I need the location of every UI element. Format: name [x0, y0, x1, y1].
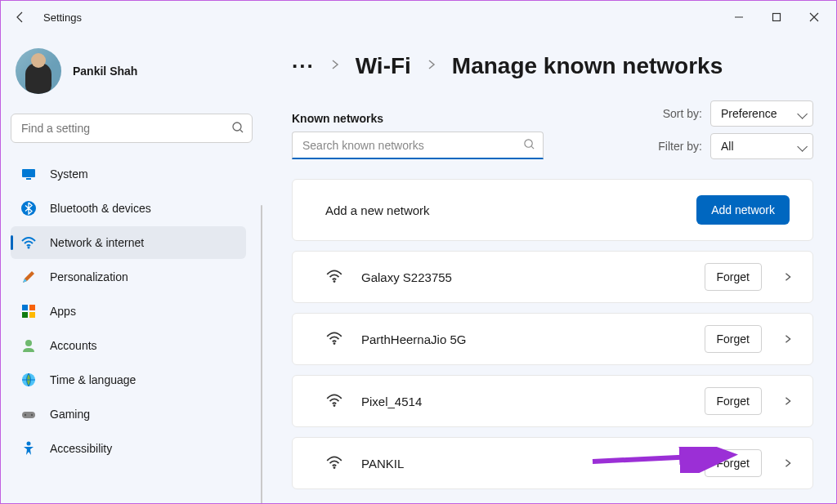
sidebar-item-accounts[interactable]: Accounts [11, 329, 246, 362]
expand-button[interactable] [778, 458, 798, 468]
wifi-icon [325, 391, 345, 411]
avatar [16, 48, 61, 94]
sidebar-item-personalization[interactable]: Personalization [11, 261, 246, 293]
svg-point-23 [333, 466, 336, 469]
network-name: Pixel_4514 [361, 395, 688, 408]
gamepad-icon [20, 406, 37, 422]
sidebar-item-label: Bluetooth & devices [50, 202, 151, 215]
svg-rect-1 [773, 14, 781, 21]
person-icon [20, 337, 37, 354]
sidebar-item-time[interactable]: Time & language [11, 364, 246, 396]
svg-point-2 [233, 123, 241, 131]
svg-rect-10 [22, 312, 28, 318]
chevron-right-icon [426, 59, 437, 74]
svg-point-15 [25, 414, 26, 416]
forget-button[interactable]: Forget [705, 387, 762, 415]
add-network-button[interactable]: Add network [696, 195, 790, 225]
add-network-label: Add a new network [325, 203, 430, 217]
expand-button[interactable] [778, 334, 798, 344]
bluetooth-icon [20, 200, 37, 216]
globe-icon [20, 372, 37, 388]
network-card: PANKILForget [292, 437, 813, 489]
svg-point-12 [25, 340, 32, 346]
search-icon [523, 138, 535, 154]
breadcrumb: ··· Wi-Fi Manage known networks [292, 53, 813, 79]
main-content: ··· Wi-Fi Manage known networks Known ne… [262, 33, 836, 503]
forget-button[interactable]: Forget [705, 325, 762, 353]
sidebar-item-label: Accounts [50, 339, 97, 352]
find-setting [11, 114, 253, 143]
svg-rect-4 [22, 169, 35, 177]
minimize-button[interactable] [720, 4, 758, 30]
sort-by-label: Sort by: [663, 107, 702, 120]
breadcrumb-more[interactable]: ··· [292, 54, 315, 79]
page-title: Manage known networks [452, 53, 723, 79]
forget-button[interactable]: Forget [705, 449, 762, 477]
svg-line-19 [531, 146, 534, 149]
apps-icon [20, 303, 37, 319]
breadcrumb-wifi[interactable]: Wi-Fi [356, 53, 411, 79]
sidebar-item-label: Gaming [50, 408, 90, 421]
forget-button[interactable]: Forget [705, 263, 762, 291]
sidebar: Pankil Shah System Bluetooth & devices N… [1, 33, 262, 503]
svg-point-20 [333, 280, 336, 283]
known-networks-heading: Known networks [292, 112, 544, 125]
svg-point-17 [27, 442, 31, 446]
wifi-icon [325, 267, 345, 287]
monitor-icon [20, 166, 37, 182]
network-name: ParthHeernaJio 5G [361, 332, 688, 346]
maximize-button[interactable] [758, 4, 795, 30]
sidebar-item-accessibility[interactable]: Accessibility [11, 432, 246, 465]
svg-rect-9 [29, 305, 35, 310]
sidebar-item-bluetooth[interactable]: Bluetooth & devices [11, 192, 246, 225]
chevron-right-icon [329, 59, 341, 74]
filter-by-label: Filter by: [658, 140, 702, 153]
sidebar-item-label: Apps [50, 305, 76, 318]
sidebar-item-label: Time & language [50, 373, 136, 386]
sidebar-item-label: Network & internet [50, 236, 144, 249]
brush-icon [20, 269, 37, 285]
svg-rect-5 [26, 178, 31, 180]
expand-button[interactable] [778, 396, 798, 406]
svg-rect-8 [22, 305, 28, 310]
filter-by-dropdown[interactable]: All [710, 133, 813, 159]
sidebar-item-system[interactable]: System [11, 158, 246, 190]
svg-point-7 [28, 247, 30, 249]
svg-line-3 [240, 130, 243, 132]
accessibility-icon [20, 440, 37, 457]
scrollbar[interactable] [261, 205, 262, 504]
close-button[interactable] [795, 4, 833, 30]
expand-button[interactable] [778, 272, 798, 282]
sort-by-dropdown[interactable]: Preference [710, 100, 813, 127]
svg-point-16 [31, 414, 33, 416]
sidebar-item-label: Personalization [50, 270, 128, 283]
search-icon [231, 121, 244, 137]
window-title: Settings [43, 11, 82, 24]
titlebar: Settings [1, 1, 836, 33]
network-name: PANKIL [361, 457, 688, 471]
network-card: Galaxy S223755Forget [292, 251, 813, 303]
user-name: Pankil Shah [73, 65, 137, 78]
sidebar-item-label: Accessibility [50, 442, 112, 455]
network-card: ParthHeernaJio 5GForget [292, 313, 813, 365]
find-setting-input[interactable] [11, 114, 253, 143]
wifi-icon [20, 234, 37, 251]
back-button[interactable] [4, 1, 37, 33]
svg-point-18 [525, 140, 532, 147]
network-card: Pixel_4514Forget [292, 375, 813, 427]
svg-point-22 [333, 404, 336, 407]
nav: System Bluetooth & devices Network & int… [11, 158, 253, 465]
add-network-card: Add a new network Add network [292, 179, 813, 241]
user-profile[interactable]: Pankil Shah [11, 40, 253, 109]
svg-rect-14 [22, 412, 35, 418]
svg-rect-11 [29, 312, 35, 318]
search-networks-input[interactable] [292, 132, 544, 159]
network-name: Galaxy S223755 [361, 270, 688, 284]
sidebar-item-label: System [50, 167, 88, 181]
wifi-icon [325, 453, 345, 473]
wifi-icon [325, 329, 345, 349]
sidebar-item-gaming[interactable]: Gaming [11, 398, 246, 430]
sidebar-item-apps[interactable]: Apps [11, 295, 246, 328]
sidebar-item-network[interactable]: Network & internet [11, 226, 246, 259]
svg-point-21 [333, 342, 336, 345]
